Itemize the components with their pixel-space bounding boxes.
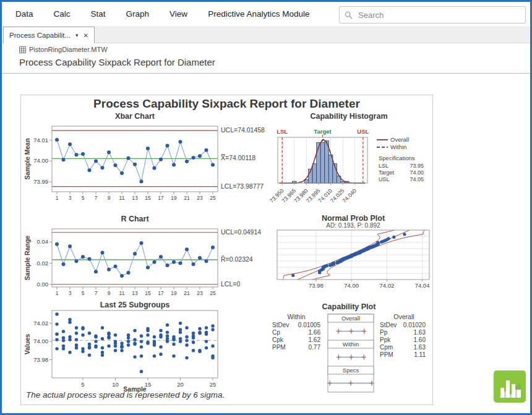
worksheet-row[interactable]: PistonRingDiameter.MTW	[19, 46, 108, 53]
svg-text:R̄=0.02324: R̄=0.02324	[221, 255, 253, 263]
minitab-logo[interactable]	[494, 370, 526, 403]
svg-text:1.66: 1.66	[309, 329, 321, 336]
svg-text:11: 11	[119, 290, 125, 296]
svg-text:0.01020: 0.01020	[403, 322, 426, 328]
svg-text:1: 1	[56, 195, 59, 201]
svg-text:LSL: LSL	[379, 163, 388, 169]
svg-text:21: 21	[184, 195, 190, 201]
svg-text:13: 13	[132, 290, 138, 296]
svg-text:10: 10	[112, 381, 119, 388]
svg-text:3: 3	[69, 290, 72, 296]
svg-text:73.95: 73.95	[410, 163, 424, 169]
svg-text:Target: Target	[379, 169, 395, 176]
svg-text:1.11: 1.11	[414, 351, 426, 358]
svg-text:1.63: 1.63	[414, 344, 426, 351]
menu-data[interactable]: Data	[15, 9, 33, 19]
search-icon	[345, 11, 353, 19]
svg-text:USL: USL	[379, 176, 390, 182]
svg-text:PPM: PPM	[380, 351, 393, 358]
svg-text:0.01005: 0.01005	[298, 322, 321, 328]
svg-text:Specs: Specs	[343, 367, 359, 374]
svg-text:3: 3	[69, 195, 72, 201]
svg-text:73.98: 73.98	[309, 282, 324, 289]
svg-text:7: 7	[95, 195, 98, 201]
svg-text:74.01: 74.01	[33, 137, 48, 143]
svg-text:Sample Range: Sample Range	[24, 236, 31, 281]
svg-text:74.00: 74.00	[33, 338, 48, 344]
graph-main-title: Process Capability Sixpack Report for Di…	[21, 97, 432, 111]
svg-text:74.040: 74.040	[341, 187, 358, 204]
svg-text:Target: Target	[314, 128, 332, 135]
svg-text:74.00: 74.00	[344, 282, 359, 289]
svg-text:StDev: StDev	[380, 322, 397, 328]
search-box[interactable]	[339, 6, 526, 24]
svg-text:Cpm: Cpm	[380, 344, 393, 351]
svg-text:Specifications: Specifications	[379, 155, 415, 161]
svg-text:74.02: 74.02	[33, 320, 48, 327]
svg-text:Xbar Chart: Xbar Chart	[115, 112, 155, 121]
svg-text:0.02: 0.02	[37, 260, 49, 267]
svg-text:Overall: Overall	[390, 136, 409, 143]
svg-text:X̿=74.00118: X̿=74.00118	[220, 154, 255, 161]
svg-text:R Chart: R Chart	[121, 215, 149, 223]
svg-text:Within: Within	[390, 143, 406, 150]
svg-text:StDev: StDev	[272, 322, 289, 328]
svg-text:23: 23	[197, 195, 203, 201]
svg-text:7: 7	[95, 290, 98, 296]
svg-text:UCL=74.01458: UCL=74.01458	[221, 126, 265, 134]
svg-text:PPM: PPM	[272, 344, 286, 351]
menu-view[interactable]: View	[169, 9, 187, 19]
xbar-chart[interactable]: Xbar ChartSample Mean73.9974.0074.011357…	[22, 111, 290, 205]
svg-text:74.00: 74.00	[33, 157, 48, 164]
menu-predictive-analytics-module[interactable]: Predictive Analytics Module	[208, 9, 309, 19]
report-footnote: The actual process spread is represented…	[26, 390, 225, 400]
svg-text:AD: 0.193, P: 0.892: AD: 0.193, P: 0.892	[326, 222, 380, 229]
capability-plot[interactable]: Capability PlotWithinStDev0.01005Cp1.66C…	[268, 302, 431, 400]
svg-text:Ppk: Ppk	[380, 336, 391, 343]
svg-text:13: 13	[132, 195, 138, 201]
svg-text:0.77: 0.77	[309, 344, 321, 351]
svg-text:Pp: Pp	[380, 329, 388, 336]
svg-text:0.00: 0.00	[37, 281, 49, 288]
svg-text:25: 25	[210, 195, 216, 201]
svg-text:19: 19	[171, 290, 177, 296]
normal-prob-plot[interactable]: Normal Prob PlotAD: 0.193, P: 0.89273.98…	[271, 214, 431, 296]
svg-text:17: 17	[158, 290, 164, 296]
tab-strip: Process Capabilit... ▾ ✕	[2, 26, 530, 43]
capability-histogram[interactable]: Capability HistogramLSLTargetUSL73.95073…	[271, 111, 432, 216]
svg-text:1: 1	[56, 290, 59, 296]
svg-text:74.05: 74.05	[410, 176, 424, 182]
svg-text:LCL=73.98777: LCL=73.98777	[221, 182, 264, 190]
svg-text:UCL=0.04914: UCL=0.04914	[221, 228, 261, 236]
svg-text:74.02: 74.02	[379, 282, 394, 289]
svg-text:25: 25	[210, 381, 217, 388]
svg-text:5: 5	[82, 195, 85, 201]
graph-panel[interactable]: Process Capability Sixpack Report for Di…	[20, 95, 433, 405]
menu-graph[interactable]: Graph	[126, 9, 150, 19]
svg-text:Values: Values	[24, 334, 31, 354]
svg-text:74.04: 74.04	[415, 282, 430, 289]
svg-text:Overall: Overall	[393, 313, 414, 320]
menu-calc[interactable]: Calc	[54, 9, 71, 19]
svg-text:21: 21	[184, 290, 190, 296]
svg-text:LCL=0: LCL=0	[221, 280, 240, 288]
search-input[interactable]	[357, 10, 508, 20]
svg-text:19: 19	[171, 195, 177, 201]
svg-text:Within: Within	[287, 313, 305, 320]
svg-text:9: 9	[108, 290, 111, 296]
tab-close-icon[interactable]: ✕	[84, 32, 88, 39]
svg-text:0.04: 0.04	[37, 238, 49, 245]
svg-text:17: 17	[158, 195, 164, 201]
divider	[2, 73, 530, 74]
menu-stat[interactable]: Stat	[91, 9, 106, 19]
svg-text:Normal Prob Plot: Normal Prob Plot	[322, 214, 385, 223]
svg-text:Sample Mean: Sample Mean	[24, 138, 31, 179]
tab-process-capability[interactable]: Process Capabilit... ▾ ✕	[3, 27, 95, 43]
last-25-subgroups-chart[interactable]: Last 25 SubgroupsValues73.9874.0074.0251…	[22, 301, 290, 395]
svg-text:Last 25 Subgroups: Last 25 Subgroups	[100, 301, 170, 309]
tab-dropdown-icon[interactable]: ▾	[75, 32, 79, 38]
svg-text:Capability Plot: Capability Plot	[322, 302, 377, 311]
svg-text:Capability Histogram: Capability Histogram	[310, 112, 387, 121]
svg-text:USL: USL	[357, 128, 369, 135]
r-chart[interactable]: R ChartSample Range0.000.020.04135791113…	[22, 214, 290, 301]
